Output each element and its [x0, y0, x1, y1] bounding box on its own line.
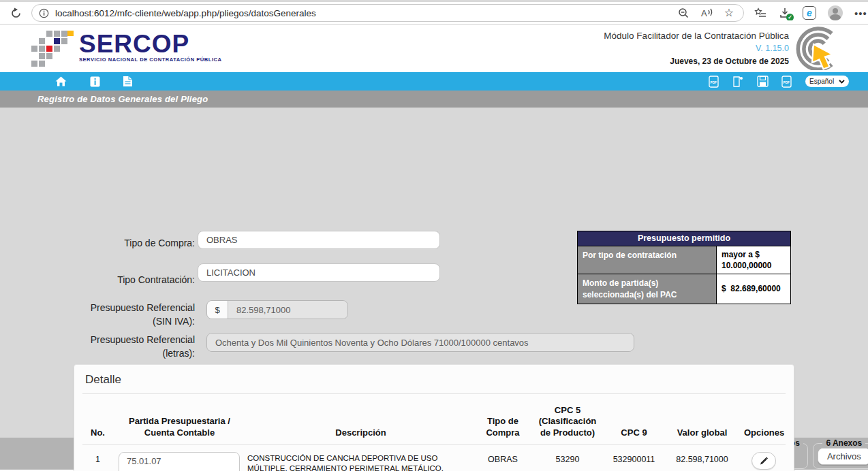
downloads-icon[interactable]: ✓	[779, 7, 791, 19]
col-header-opciones: Opciones	[741, 427, 786, 438]
svg-text:PDF: PDF	[784, 80, 790, 84]
row-cpc9: 532900011	[605, 452, 663, 464]
language-value: Español	[809, 78, 834, 85]
tipo-contratacion-input[interactable]: LICITACION	[198, 263, 440, 282]
tipo-compra-input[interactable]: OBRAS	[198, 231, 440, 249]
group-legend: 6 Anexos	[822, 438, 865, 448]
browser-menu-icon[interactable]: •••	[854, 7, 867, 19]
app-title: Módulo Facilitador de la Contratación Pú…	[604, 29, 789, 42]
row-cpc5: 53290	[530, 452, 605, 464]
presupuesto-sin-iva-input: 82.598,71000	[228, 301, 347, 319]
main-toolbar: PDF PDF Español	[0, 72, 868, 91]
sercop-logo: SERCOP SERVICIO NACIONAL DE CONTRATACIÓN…	[31, 31, 222, 67]
pencil-icon	[759, 456, 769, 466]
main-content: Tipo de Compra: OBRAS Tipo Contratación:…	[0, 108, 868, 438]
document-icon[interactable]	[123, 76, 133, 87]
save-icon[interactable]	[757, 76, 769, 87]
presupuesto-letras-label: Presupuesto Referencial (letras):	[71, 333, 195, 361]
app-version: V. 1.15.0	[604, 42, 789, 55]
detalle-table-header: No. Partida Presupuestaria / Cuenta Cont…	[82, 394, 786, 445]
row-value: mayor a $ 10.000,00000	[717, 246, 790, 274]
svg-text:A: A	[701, 8, 707, 18]
tipo-compra-label: Tipo de Compra:	[71, 236, 195, 250]
current-date: Jueves, 23 de Octubre de 2025	[604, 55, 789, 68]
row-value: $ 82.689,60000	[717, 274, 790, 303]
col-header-descripcion: Descripción	[246, 427, 476, 438]
home-icon[interactable]	[55, 76, 67, 87]
col-header-no: No.	[82, 427, 113, 438]
col-header-partida: Partida Presupuestaria / Cuenta Contable	[113, 416, 246, 438]
col-header-valor-global: Valor global	[663, 427, 741, 438]
nav-button-archivos[interactable]: Archivos	[818, 449, 868, 464]
row-descripcion: CONSTRUCCIÓN DE CANCHA DEPORTIVA DE USO …	[246, 452, 476, 471]
browser-toolbar: localhost:6012/mfc-cliente/web/app.php/p…	[0, 2, 868, 25]
detalle-panel: Detalle No. Partida Presupuestaria / Cue…	[74, 364, 794, 471]
edit-row-button[interactable]	[751, 452, 776, 470]
detalle-table-row: 1 75.01.07 CONSTRUCCIÓN DE CANCHA DEPORT…	[82, 445, 786, 471]
col-header-cpc9: CPC 9	[605, 427, 663, 438]
page-title-bar: Registro de Datos Generales del Pliego	[0, 91, 868, 108]
collections-icon[interactable]	[754, 7, 767, 19]
mfc-swoosh-logo-icon	[788, 27, 850, 70]
download-success-badge: ✓	[786, 14, 794, 20]
profile-avatar[interactable]	[828, 5, 843, 20]
row-valor-global: 82.598,71000	[663, 452, 741, 464]
nav-group-anexos: 6 Anexos Archivos	[813, 438, 868, 469]
read-aloud-icon[interactable]: A	[700, 7, 713, 18]
page-title: Registro de Datos Generales del Pliego	[37, 94, 208, 104]
presupuesto-permitido-table: Presupuesto permitido Por tipo de contra…	[577, 231, 791, 304]
language-select[interactable]: Español	[805, 76, 849, 87]
detalle-title: Detalle	[82, 373, 786, 394]
presupuesto-permitido-title: Presupuesto permitido	[578, 231, 790, 246]
print-pdf-icon[interactable]: PDF	[781, 76, 792, 88]
zoom-out-icon[interactable]	[678, 7, 689, 19]
url-text[interactable]: localhost:6012/mfc-cliente/web/app.php/p…	[55, 8, 672, 18]
presupuesto-sin-iva-label: Presupuesto Referencial (SIN IVA):	[71, 301, 195, 329]
favorites-star-icon[interactable]: ☆	[724, 7, 734, 18]
presupuesto-sin-iva-group: $ 82.598,71000	[206, 300, 348, 319]
chevron-down-icon	[839, 80, 845, 84]
logo-subtitle: SERVICIO NACIONAL DE CONTRATACIÓN PÚBLIC…	[79, 56, 222, 63]
sercop-pixel-arrow-icon	[31, 31, 74, 67]
row-label: Por tipo de contratación	[578, 246, 717, 274]
site-info-icon[interactable]	[39, 8, 49, 18]
presupuesto-letras-group: Ochenta y Dos Mil Quinientos Noventa y O…	[206, 333, 634, 352]
row-label: Monto de partida(s) seleccionada(s) del …	[578, 274, 717, 303]
info-icon[interactable]	[90, 76, 100, 87]
table-row: Por tipo de contratación mayor a $ 10.00…	[578, 246, 790, 274]
partida-input[interactable]: 75.01.07	[119, 452, 240, 471]
new-document-icon[interactable]	[732, 76, 744, 88]
table-row: Monto de partida(s) seleccionada(s) del …	[578, 274, 790, 303]
col-header-cpc5: CPC 5 (Clasificación de Producto)	[530, 405, 605, 438]
address-bar[interactable]: localhost:6012/mfc-cliente/web/app.php/p…	[31, 4, 744, 22]
presupuesto-letras-input: Ochenta y Dos Mil Quinientos Noventa y O…	[207, 334, 634, 351]
row-tipo-compra: OBRAS	[476, 452, 530, 464]
export-pdf-icon[interactable]: PDF	[709, 76, 719, 88]
col-header-tipo-compra: Tipo de Compra	[476, 416, 530, 438]
row-number: 1	[82, 452, 113, 464]
logo-title: SERCOP	[79, 33, 222, 54]
refresh-icon[interactable]	[7, 4, 25, 22]
app-header: SERCOP SERVICIO NACIONAL DE CONTRATACIÓN…	[0, 25, 868, 72]
ie-mode-icon[interactable]: e	[803, 6, 816, 20]
currency-addon: $	[207, 301, 228, 319]
tipo-contratacion-label: Tipo Contratación:	[71, 273, 195, 287]
svg-text:PDF: PDF	[711, 80, 717, 84]
